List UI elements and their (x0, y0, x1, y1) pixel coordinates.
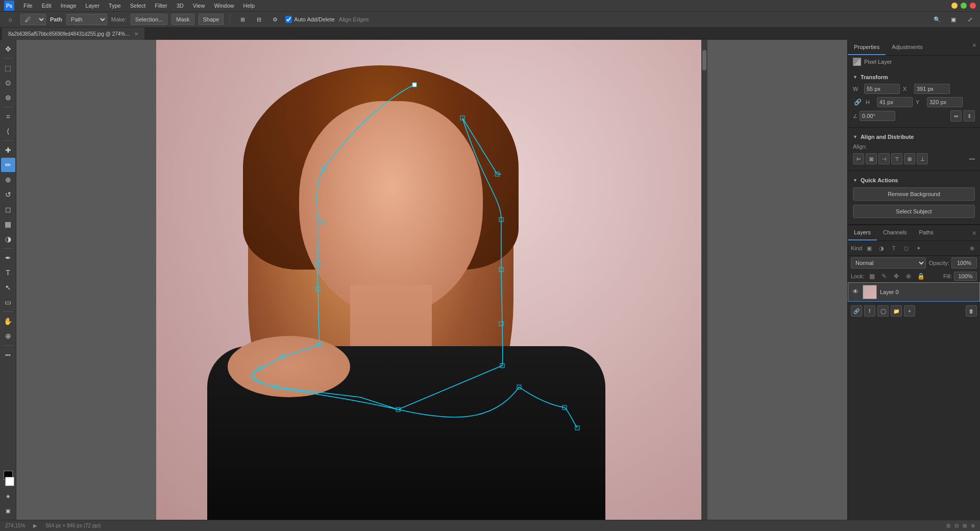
link-icon[interactable]: 🔗 (853, 99, 863, 106)
window-close[interactable] (970, 3, 976, 9)
screen-mode[interactable]: ▣ (1, 503, 15, 518)
settings-icon[interactable]: ⚙ (269, 13, 281, 26)
spot-heal-tool[interactable]: ✚ (1, 143, 15, 157)
menu-view[interactable]: View (189, 2, 209, 10)
layer-item[interactable]: 👁 Layer 0 (848, 282, 980, 302)
lock-all-button[interactable]: 🔒 (916, 272, 925, 281)
selection-button[interactable]: Selection... (131, 14, 167, 25)
menu-window[interactable]: Window (210, 2, 238, 10)
shape-tool[interactable]: ▭ (1, 295, 15, 309)
new-group-button[interactable]: 📁 (891, 305, 902, 317)
layer-visibility-toggle[interactable]: 👁 (851, 288, 860, 296)
window-maximize[interactable] (961, 3, 967, 9)
align-top-edge-button[interactable]: ⊤ (891, 153, 902, 164)
menu-filter[interactable]: Filter (151, 2, 171, 10)
angle-input[interactable] (860, 111, 895, 121)
align-center-v-button[interactable]: ⊞ (904, 153, 915, 164)
canvas-area[interactable] (16, 40, 847, 520)
background-color[interactable] (5, 477, 14, 486)
opacity-input[interactable] (951, 257, 977, 269)
filter-more-button[interactable]: ⊕ (967, 243, 977, 253)
menu-edit[interactable]: Edit (38, 2, 56, 10)
flip-v-button[interactable]: ⇕ (964, 110, 975, 122)
more-tools[interactable]: ••• (1, 348, 15, 362)
shape-button[interactable]: Shape (199, 14, 224, 25)
window-minimize[interactable] (951, 3, 958, 9)
pen-tool[interactable]: ✒ (1, 251, 15, 265)
lock-paint-button[interactable]: ✎ (879, 272, 889, 281)
document-tab[interactable]: 8a2b6385af57bbc85690fed48431d255.jpg @ 2… (2, 28, 145, 40)
filter-type-button[interactable]: T (889, 243, 899, 253)
eyedropper-tool[interactable]: ⟨ (1, 124, 15, 138)
lasso-tool[interactable]: ⊙ (1, 76, 15, 90)
hand-tool[interactable]: ✋ (1, 314, 15, 328)
gradient-tool[interactable]: ▦ (1, 217, 15, 231)
dodge-tool[interactable]: ◑ (1, 232, 15, 246)
layers-tab[interactable]: Layers (848, 225, 877, 240)
x-input[interactable] (914, 84, 950, 94)
transform-section-header[interactable]: ▼ Transform (848, 72, 980, 82)
align-more-button[interactable]: ••• (969, 156, 975, 162)
blend-mode-select[interactable]: Normal Multiply Screen Overlay (851, 257, 926, 269)
menu-select[interactable]: Select (126, 2, 150, 10)
zoom-tool[interactable]: ⊕ (1, 329, 15, 343)
align-section-header[interactable]: ▼ Align and Distribute (848, 132, 980, 142)
brush-tool[interactable]: ✏ (1, 158, 15, 172)
align-bottom-edge-button[interactable]: ⊥ (917, 153, 928, 164)
menu-image[interactable]: Image (57, 2, 81, 10)
lock-move-button[interactable]: ✥ (892, 272, 901, 281)
remove-background-button[interactable]: Remove Background (853, 187, 975, 201)
crop-tool[interactable]: ⌗ (1, 109, 15, 124)
flip-h-button[interactable]: ⇔ (950, 110, 962, 122)
tab-properties[interactable]: Properties (848, 40, 886, 55)
align-right-edge-button[interactable]: ⊣ (878, 153, 890, 164)
quick-mask-mode[interactable]: ◈ (1, 489, 15, 503)
filter-pixel-button[interactable]: ▣ (864, 243, 874, 253)
status-bar-icon-2[interactable]: ⊟ (954, 523, 959, 528)
panel-expand-button[interactable]: ≡ (969, 40, 980, 55)
path-type-select[interactable]: Path Shape Pixels (66, 14, 107, 25)
search-icon[interactable]: 🔍 (931, 13, 943, 26)
h-input[interactable] (877, 97, 913, 107)
layers-expand-button[interactable]: ≡ (969, 228, 980, 238)
filter-adjust-button[interactable]: ◑ (876, 243, 887, 253)
align-center-h-button[interactable]: ⊠ (866, 153, 877, 164)
mask-button[interactable]: Mask (172, 14, 194, 25)
view-toggle-icon[interactable]: ▣ (947, 13, 960, 26)
quick-actions-header[interactable]: ▼ Quick Actions (848, 175, 980, 185)
menu-layer[interactable]: Layer (81, 2, 104, 10)
menu-file[interactable]: File (19, 2, 37, 10)
expand-icon[interactable]: ⤢ (964, 13, 976, 26)
status-bar-icon-3[interactable]: ⊠ (963, 523, 967, 528)
align-left-icon[interactable]: ⊞ (236, 13, 249, 26)
auto-add-delete-label[interactable]: Auto Add/Delete (285, 14, 335, 25)
link-layers-button[interactable]: 🔗 (851, 305, 862, 317)
auto-add-delete-checkbox[interactable] (285, 14, 292, 25)
home-icon[interactable]: ⌂ (4, 13, 16, 26)
filter-smart-button[interactable]: ✦ (913, 243, 923, 253)
filter-shape-button[interactable]: ◻ (901, 243, 911, 253)
clone-stamp-tool[interactable]: ⊕ (1, 173, 15, 187)
align-left-edge-button[interactable]: ⊢ (853, 153, 864, 164)
align-right-icon[interactable]: ⊟ (253, 13, 265, 26)
status-bar-icon-1[interactable]: ⊞ (946, 523, 950, 528)
select-rect-tool[interactable]: ⬚ (1, 61, 15, 75)
menu-3d[interactable]: 3D (173, 2, 188, 10)
text-tool[interactable]: T (1, 266, 15, 280)
path-select-tool[interactable]: ↖ (1, 280, 15, 295)
menu-help[interactable]: Help (239, 2, 259, 10)
lock-transparent-button[interactable]: ▦ (867, 272, 876, 281)
eraser-tool[interactable]: ◻ (1, 202, 15, 216)
canvas-image[interactable] (156, 40, 707, 520)
move-tool[interactable]: ✥ (1, 42, 15, 56)
add-style-button[interactable]: f (864, 305, 875, 317)
delete-layer-button[interactable]: 🗑 (966, 305, 977, 317)
fill-input[interactable] (954, 272, 977, 281)
paths-tab[interactable]: Paths (913, 225, 940, 240)
add-mask-button[interactable]: ◯ (877, 305, 889, 317)
y-input[interactable] (927, 97, 963, 107)
status-bar-icon-4[interactable]: ⊛ (971, 523, 975, 528)
tool-mode-select[interactable]: 🖊 (20, 14, 46, 25)
history-tool[interactable]: ↺ (1, 187, 15, 202)
select-subject-button[interactable]: Select Subject (853, 205, 975, 218)
